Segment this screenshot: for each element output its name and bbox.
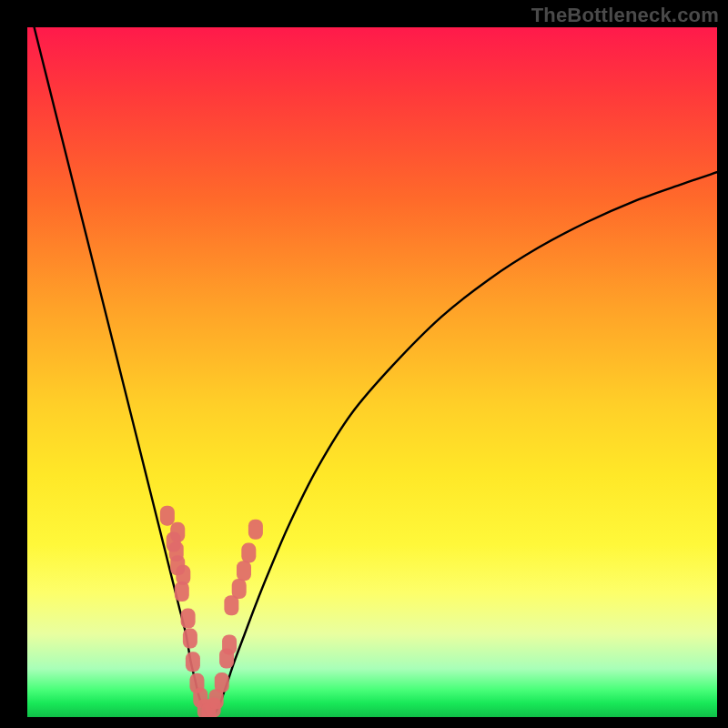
scatter-point [176,565,190,585]
scatter-point [222,634,237,654]
watermark-text: TheBottleneck.com [531,4,719,27]
series-right-curve [212,172,717,716]
curves-group [35,27,717,716]
scatter-point [237,561,251,581]
scatter-point [232,579,247,599]
scatter-point [241,543,256,563]
plot-area [27,27,717,717]
scatter-point [248,520,263,540]
scatter-point [183,629,197,649]
scatter-point [160,506,175,526]
chart-stage: TheBottleneck.com [0,0,728,728]
scatter-point [181,609,196,629]
scatter-point [170,522,185,542]
scatter-points [160,506,263,717]
scatter-point [186,652,200,672]
chart-svg [27,27,717,717]
scatter-point [215,672,229,693]
scatter-point [169,541,184,561]
